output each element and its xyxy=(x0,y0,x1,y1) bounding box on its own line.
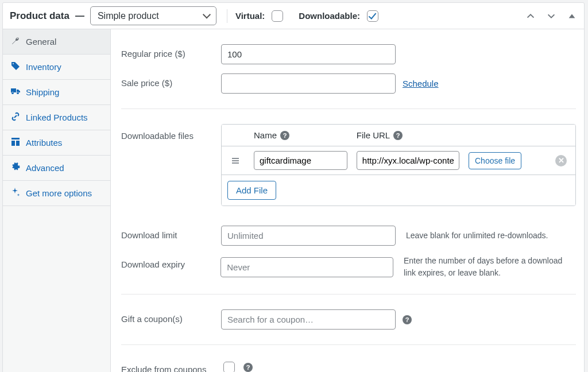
virtual-checkbox[interactable] xyxy=(272,10,283,22)
gift-coupons-label: Gift a coupon(s) xyxy=(121,309,211,324)
downloadable-files-row: Downloadable files Name ? File URL ? xyxy=(121,119,576,211)
move-down-button[interactable] xyxy=(545,10,558,22)
download-expiry-row: Download expiry Enter the number of days… xyxy=(121,250,576,284)
downloadable-files-label: Downloadable files xyxy=(121,124,211,141)
download-expiry-hint: Enter the number of days before a downlo… xyxy=(404,255,576,279)
move-up-button[interactable] xyxy=(524,10,537,22)
download-expiry-input[interactable] xyxy=(220,257,393,277)
tab-label: General xyxy=(26,37,56,46)
help-icon[interactable]: ? xyxy=(243,363,253,372)
tab-label: Attributes xyxy=(26,138,62,148)
product-type-select-wrap: Simple product xyxy=(90,6,216,25)
tab-inventory[interactable]: Inventory xyxy=(3,55,110,80)
downloadable-checkbox[interactable] xyxy=(367,10,378,22)
tab-advanced[interactable]: Advanced xyxy=(3,156,110,181)
tab-attributes[interactable]: Attributes xyxy=(3,130,110,156)
download-limit-input[interactable] xyxy=(221,226,396,246)
downloadable-toggle[interactable]: Downloadable: xyxy=(299,9,380,24)
schedule-link[interactable]: Schedule xyxy=(403,79,439,88)
section-divider xyxy=(121,108,576,109)
panel-title: Product data xyxy=(10,10,69,22)
tab-label: Advanced xyxy=(26,163,64,173)
section-divider xyxy=(121,344,576,345)
help-icon[interactable]: ? xyxy=(280,131,289,140)
delete-file-button[interactable]: ✕ xyxy=(555,155,567,166)
virtual-label: Virtual: xyxy=(235,11,265,21)
tab-more[interactable]: Get more options xyxy=(3,181,110,206)
tab-label: Linked Products xyxy=(26,113,88,122)
chevron-down-icon xyxy=(546,11,556,21)
link-icon xyxy=(11,112,20,123)
gift-coupons-row: Gift a coupon(s) ? xyxy=(121,305,576,334)
add-file-button[interactable]: Add File xyxy=(227,181,276,200)
sale-price-label: Sale price ($) xyxy=(121,73,211,88)
virtual-toggle[interactable]: Virtual: xyxy=(235,9,285,24)
download-limit-label: Download limit xyxy=(121,226,211,240)
product-type-select[interactable]: Simple product xyxy=(90,6,216,25)
gift-coupons-input[interactable] xyxy=(221,309,396,330)
exclude-coupons-checkbox[interactable] xyxy=(223,362,235,372)
tag-icon xyxy=(11,61,20,72)
downloadable-files-table: Name ? File URL ? Choose file ✕ xyxy=(221,124,576,206)
tab-general[interactable]: General xyxy=(3,29,110,55)
section-divider xyxy=(121,294,576,294)
tab-label: Inventory xyxy=(26,62,61,72)
exclude-coupons-row: Exclude from coupons ? xyxy=(121,355,576,372)
chevron-up-icon xyxy=(525,11,536,21)
truck-icon xyxy=(11,87,20,98)
sparkle-icon xyxy=(11,188,20,199)
dl-name-header: Name xyxy=(254,130,277,140)
panel-header: Product data — Simple product Virtual: D… xyxy=(3,3,584,29)
dl-url-header: File URL xyxy=(357,130,390,140)
product-data-panel: Product data — Simple product Virtual: D… xyxy=(2,2,585,372)
caret-up-icon xyxy=(567,11,577,21)
panel-header-actions xyxy=(524,10,578,22)
exclude-coupons-label: Exclude from coupons xyxy=(121,360,211,372)
title-dash: — xyxy=(75,11,84,21)
sale-price-input[interactable] xyxy=(221,73,396,94)
tab-shipping[interactable]: Shipping xyxy=(3,80,110,105)
download-limit-hint: Leave blank for unlimited re-downloads. xyxy=(406,230,548,242)
collapse-button[interactable] xyxy=(566,10,578,22)
help-icon[interactable]: ? xyxy=(393,131,403,140)
tab-linked[interactable]: Linked Products xyxy=(3,105,110,130)
header-divider xyxy=(227,9,227,23)
regular-price-label: Regular price ($) xyxy=(121,44,211,59)
panel-body: GeneralInventoryShippingLinked ProductsA… xyxy=(3,29,584,372)
tab-label: Get more options xyxy=(26,188,92,198)
regular-price-input[interactable] xyxy=(221,44,396,64)
dl-table-header: Name ? File URL ? xyxy=(222,125,575,146)
wrench-icon xyxy=(11,36,20,47)
download-limit-row: Download limit Leave blank for unlimited… xyxy=(121,221,576,250)
download-expiry-label: Download expiry xyxy=(121,255,210,269)
dl-table-footer: Add File xyxy=(222,175,575,206)
help-icon[interactable]: ? xyxy=(403,315,412,324)
panel-content: Regular price ($) Sale price ($) Schedul… xyxy=(111,29,584,372)
downloadable-label: Downloadable: xyxy=(299,11,360,21)
choose-file-button[interactable]: Choose file xyxy=(469,152,521,169)
sale-price-row: Sale price ($) Schedule xyxy=(121,69,576,98)
drag-handle-icon[interactable] xyxy=(222,152,249,169)
layout-icon xyxy=(11,137,20,148)
dl-file-name-input[interactable] xyxy=(254,151,347,170)
gear-icon xyxy=(11,162,20,173)
regular-price-row: Regular price ($) xyxy=(121,40,576,69)
tab-label: Shipping xyxy=(26,87,59,97)
dl-file-url-input[interactable] xyxy=(357,151,459,170)
panel-tabs: GeneralInventoryShippingLinked ProductsA… xyxy=(3,29,111,372)
dl-file-row: Choose file ✕ xyxy=(222,146,575,175)
